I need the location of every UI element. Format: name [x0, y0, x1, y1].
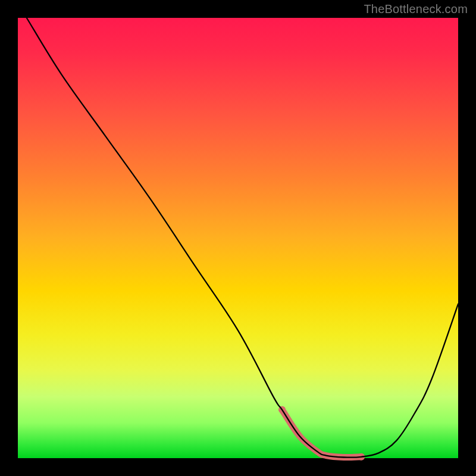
plot-area — [18, 18, 458, 458]
chart-frame: TheBottleneck.com — [0, 0, 476, 476]
watermark-text: TheBottleneck.com — [364, 2, 468, 16]
bottleneck-curve-line — [27, 18, 458, 458]
optimal-range-highlight — [282, 410, 361, 458]
bottleneck-curve — [18, 18, 458, 458]
